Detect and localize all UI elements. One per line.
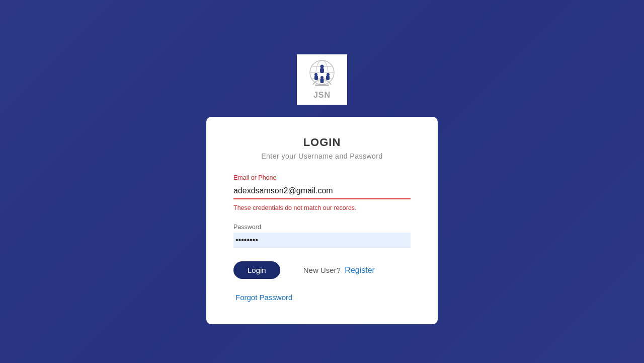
email-label: Email or Phone — [233, 174, 411, 181]
register-link[interactable]: Register — [345, 266, 375, 274]
login-card: LOGIN Enter your Username and Password E… — [206, 117, 438, 324]
login-button[interactable]: Login — [233, 261, 280, 279]
svg-rect-13 — [315, 85, 329, 86]
email-field-group: Email or Phone These credentials do not … — [233, 174, 411, 211]
new-user-text: New User? — [303, 266, 341, 274]
password-label: Password — [233, 224, 411, 231]
globe-people-icon — [307, 59, 337, 90]
main-container: JSN LOGIN Enter your Username and Passwo… — [0, 0, 644, 324]
svg-rect-10 — [326, 76, 330, 80]
svg-rect-8 — [314, 76, 318, 80]
password-field-group: Password — [233, 224, 411, 248]
forgot-password-link[interactable]: Forgot Password — [235, 293, 292, 302]
svg-point-5 — [320, 65, 324, 68]
logo-text: JSN — [313, 91, 331, 100]
card-title: LOGIN — [233, 136, 411, 149]
actions-row: Login New User? Register — [233, 261, 411, 279]
card-subtitle: Enter your Username and Password — [233, 152, 411, 160]
email-input[interactable] — [233, 183, 411, 199]
new-user-group: New User? Register — [303, 266, 375, 275]
svg-rect-12 — [320, 79, 324, 83]
password-input[interactable] — [233, 233, 411, 248]
brand-logo: JSN — [297, 54, 347, 105]
svg-rect-6 — [320, 68, 324, 73]
email-error-message: These credentials do not match our recor… — [233, 204, 411, 211]
